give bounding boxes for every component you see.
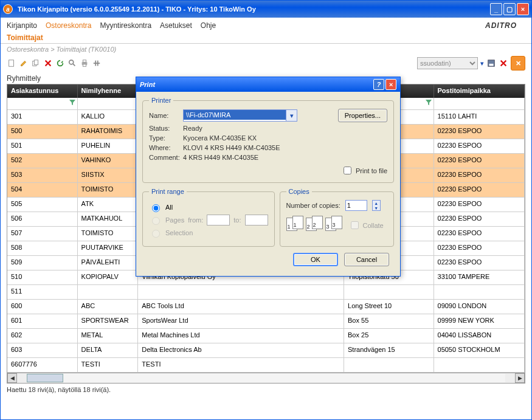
table-row[interactable]: 6607776TESTITESTI: [7, 358, 525, 373]
printer-where-label: Where:: [149, 144, 183, 151]
close-button[interactable]: ×: [517, 3, 529, 15]
cell-addr: Box 25: [344, 329, 434, 343]
search-icon[interactable]: [67, 58, 77, 68]
print-dialog-titlebar: Print ? ×: [136, 77, 400, 92]
delete-icon[interactable]: [43, 58, 53, 68]
chevron-down-icon[interactable]: ▾: [286, 110, 297, 121]
cell-name: Delta Electronics Ab: [138, 343, 344, 357]
col-postitoimipaikka[interactable]: Postitoimipaikka: [434, 84, 525, 98]
toolbar: ssuodatin) ▾ ✕: [1, 55, 531, 73]
dialog-help-button[interactable]: ?: [373, 79, 384, 90]
svg-rect-6: [83, 64, 86, 67]
table-row[interactable]: 601SPORTSWEARSportsWear LtdBox 5509999 N…: [7, 314, 525, 329]
menubar: Kirjanpito Ostoreskontra Myyntireskontra…: [1, 18, 531, 32]
refresh-icon[interactable]: [55, 58, 65, 68]
cell-addr: Long Street 10: [344, 300, 434, 314]
printer-where-value: KLOVI 4 KRS H449 KM-C4035E: [183, 144, 387, 151]
cell-id: 504: [7, 183, 78, 197]
cell-id: 505: [7, 198, 78, 212]
new-icon[interactable]: [7, 58, 16, 68]
logo: ADITRO: [485, 21, 517, 30]
cell-city: 05050 STOCKHOLM: [434, 343, 525, 357]
cancel-button[interactable]: Cancel: [344, 253, 389, 266]
cell-short: PUUTARVIKE: [78, 241, 139, 255]
filter-asiakastunnus[interactable]: [7, 98, 78, 109]
copies-spinner[interactable]: ▲▼: [372, 200, 381, 211]
maximize-button[interactable]: ▢: [503, 3, 516, 15]
copies-input[interactable]: [345, 200, 367, 211]
svg-rect-2: [34, 60, 38, 65]
dialog-close-button[interactable]: ×: [385, 79, 396, 90]
cell-city: 09999 NEW YORK: [434, 314, 525, 328]
print-dialog: Print ? × Printer Name: \\Fi-dc07\MIRA ▾…: [136, 77, 401, 277]
cell-id: 600: [7, 300, 78, 314]
cell-short: RAHATOIMIS: [78, 125, 139, 139]
save-filter-icon[interactable]: [486, 58, 496, 68]
menu-myyntireskontra[interactable]: Myyntireskontra: [100, 21, 151, 30]
col-nimilyhenne[interactable]: Nimilyhenne: [78, 84, 139, 98]
minimize-button[interactable]: _: [490, 3, 502, 15]
horizontal-scrollbar[interactable]: ◀ ▶: [7, 373, 525, 384]
range-pages-label: Pages: [165, 216, 184, 224]
cell-addr: Box 55: [344, 314, 434, 328]
cell-id: 508: [7, 241, 78, 255]
titlebar: a Tikon Kirjanpito (versio 6.0.0.25549 1…: [1, 1, 531, 18]
range-selection-radio: [152, 230, 160, 238]
printer-fieldset: Printer Name: \\Fi-dc07\MIRA ▾ Propertie…: [142, 97, 394, 183]
menu-ohje[interactable]: Ohje: [201, 21, 216, 30]
range-from-input: [207, 215, 230, 225]
menu-kirjanpito[interactable]: Kirjanpito: [7, 21, 37, 30]
cell-city: 02230 ESPOO: [434, 212, 525, 226]
print-to-file-checkbox[interactable]: [344, 167, 351, 174]
cell-short: PUHELIN: [78, 139, 139, 153]
cell-id: 500: [7, 125, 78, 139]
printer-name-select[interactable]: \\Fi-dc07\MIRA ▾: [183, 109, 297, 122]
filter-nimilyhenne[interactable]: [78, 98, 139, 109]
cell-id: 506: [7, 212, 78, 226]
copies-legend: Copies: [286, 188, 312, 195]
print-dialog-title: Print: [140, 81, 155, 88]
menu-ostoreskontra[interactable]: Ostoreskontra: [46, 21, 91, 30]
printer-status-value: Ready: [183, 125, 387, 132]
print-icon[interactable]: [80, 58, 89, 68]
range-to-label: to:: [233, 216, 241, 224]
cell-short: KOPIOPALV: [78, 270, 139, 284]
table-row[interactable]: 603DELTADelta Electronics AbStrandvägen …: [7, 343, 525, 358]
table-row[interactable]: 600ABCABC Tools LtdLong Street 1009090 L…: [7, 300, 525, 314]
table-row[interactable]: 602METALMetal Machines LtdBox 2504040 LI…: [7, 329, 525, 343]
settings-icon[interactable]: [92, 58, 102, 68]
cell-name: ABC Tools Ltd: [138, 300, 344, 314]
cell-short: MATKAHUOL: [78, 212, 139, 226]
properties-button[interactable]: Properties...: [338, 109, 387, 122]
cell-city: 02230 ESPOO: [434, 198, 525, 212]
range-all-radio[interactable]: [152, 204, 160, 212]
svg-point-3: [69, 60, 74, 64]
filter-city[interactable]: [434, 98, 525, 109]
cell-addr: [344, 358, 434, 372]
breadcrumb: Ostoreskontra > Toimittajat (TK0010): [1, 44, 531, 55]
cell-city: 02230 ESPOO: [434, 168, 525, 182]
cell-city: 02230 ESPOO: [434, 227, 525, 241]
printer-legend: Printer: [149, 97, 173, 104]
menu-asetukset[interactable]: Asetukset: [160, 21, 192, 30]
filter-dropdown-icon[interactable]: ▾: [480, 60, 484, 67]
scroll-thumb[interactable]: [27, 374, 63, 382]
scroll-right-icon[interactable]: ▶: [515, 373, 525, 383]
filter-select[interactable]: ssuodatin): [417, 57, 478, 69]
cell-short: ATK: [78, 198, 139, 212]
clear-filter-icon[interactable]: [499, 58, 508, 68]
printer-type-label: Type:: [149, 134, 183, 142]
edit-icon[interactable]: [19, 58, 29, 68]
printer-comment-label: Comment:: [149, 154, 183, 161]
copy-icon[interactable]: [31, 58, 41, 68]
scroll-left-icon[interactable]: ◀: [7, 373, 17, 383]
printer-type-value: Kyocera KM-C4035E KX: [183, 134, 387, 142]
print-range-legend: Print range: [149, 188, 187, 195]
cell-id: 503: [7, 168, 78, 182]
cell-name: SportsWear Ltd: [138, 314, 344, 328]
ok-button[interactable]: OK: [293, 253, 338, 266]
action-button[interactable]: ✕: [511, 56, 525, 71]
col-asiakastunnus[interactable]: Asiakastunnus: [7, 84, 78, 98]
table-row[interactable]: 511: [7, 285, 525, 300]
print-to-file-label: Print to file: [356, 167, 387, 174]
